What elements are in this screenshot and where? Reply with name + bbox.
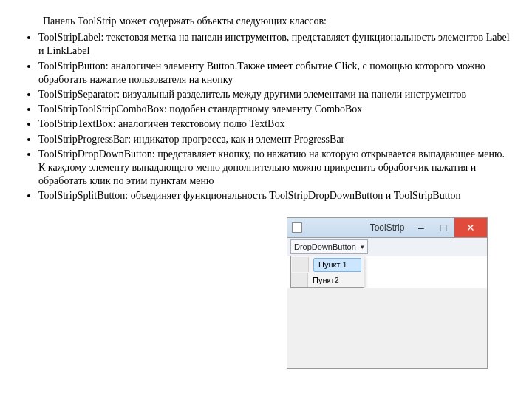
- chevron-down-icon: ▾: [361, 243, 364, 252]
- class-list: ToolStripLabel: текстовая метка на панел…: [22, 31, 510, 202]
- dropdown-menu: Пункт 1 Пункт2: [290, 256, 364, 288]
- menu-item-label: Пункт 1: [313, 258, 361, 271]
- window-title: ToolStrip: [287, 222, 487, 234]
- titlebar[interactable]: ToolStrip – □ ✕: [287, 218, 487, 238]
- menu-gutter: [291, 273, 308, 287]
- list-item: ToolStripSplitButton: объединяет функцио…: [38, 189, 510, 202]
- list-item: ToolStripToolStripComboBox: подобен стан…: [38, 103, 510, 116]
- list-item: ToolStripButton: аналогичен элементу But…: [38, 60, 510, 86]
- intro-text: Панель ToolStrip может содержать объекты…: [43, 15, 510, 28]
- list-item: ToolStripProgressBar: индикатор прогресс…: [38, 133, 510, 146]
- toolstrip: DropDownButton ▾: [287, 238, 487, 256]
- client-area: [287, 288, 487, 368]
- menu-item-2[interactable]: Пункт2: [291, 273, 364, 287]
- list-item: ToolStripLabel: текстовая метка на панел…: [38, 31, 510, 58]
- menu-gutter: [292, 257, 309, 272]
- dropdown-button[interactable]: DropDownButton ▾: [290, 239, 368, 254]
- dropdown-label: DropDownButton: [294, 242, 356, 252]
- list-item: ToolStripSeparator: визуальный разделите…: [38, 88, 510, 101]
- list-item: ToolStripTextBox: аналогичен текстовому …: [38, 117, 510, 131]
- menu-item-1[interactable]: Пункт 1: [292, 257, 363, 272]
- menu-item-label: Пункт2: [313, 275, 339, 285]
- app-window: ToolStrip – □ ✕ DropDownButton ▾ Пункт 1…: [287, 217, 488, 369]
- list-item: ToolStripDropDownButton: представляет кн…: [38, 148, 510, 188]
